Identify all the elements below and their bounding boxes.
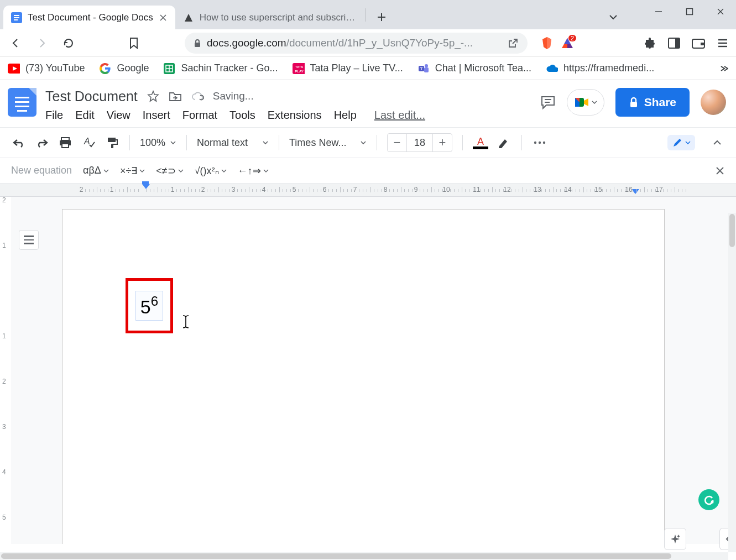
horizontal-ruler[interactable]: 211234567891011121314151617 xyxy=(0,184,736,197)
eq-arrows-menu[interactable]: ←↑⇒ xyxy=(238,165,269,177)
menu-insert[interactable]: Insert xyxy=(143,109,170,122)
text-color-button[interactable]: A xyxy=(473,134,488,151)
svg-point-39 xyxy=(543,142,545,144)
address-row: docs.google.com/document/d/1hP_y_UsnQ7Yo… xyxy=(0,29,736,57)
bookmark-google[interactable]: Google xyxy=(99,62,149,75)
eq-relations-menu[interactable]: <≠⊃ xyxy=(156,165,183,177)
forward-button[interactable] xyxy=(33,34,51,52)
zoom-select[interactable]: 100% xyxy=(140,137,176,149)
docs-logo[interactable] xyxy=(8,88,36,117)
font-select[interactable]: Times New... xyxy=(289,137,367,149)
svg-rect-5 xyxy=(687,9,693,15)
paragraph-style-select[interactable]: Normal text xyxy=(197,137,269,149)
svg-text:PLAY: PLAY xyxy=(295,70,303,73)
meet-button[interactable] xyxy=(567,89,604,116)
svg-rect-30 xyxy=(630,102,637,107)
eq-operators-menu[interactable]: ×÷∃ xyxy=(120,165,145,177)
paint-format-button[interactable] xyxy=(104,134,119,151)
svg-rect-1 xyxy=(14,15,19,16)
share-button[interactable]: Share xyxy=(615,88,690,117)
window-controls xyxy=(643,0,736,23)
menu-extensions[interactable]: Extensions xyxy=(268,109,322,122)
bookmark-button[interactable] xyxy=(125,34,143,52)
move-icon[interactable] xyxy=(169,90,182,103)
menu-tools[interactable]: Tools xyxy=(229,109,255,122)
account-avatar[interactable] xyxy=(701,90,726,115)
sidepanel-icon[interactable] xyxy=(667,36,681,50)
tab-separator xyxy=(366,8,366,22)
eq-math-menu[interactable]: √()x²ₙ xyxy=(195,165,227,177)
minimize-button[interactable] xyxy=(643,0,674,23)
address-extensions: 2 xyxy=(541,36,574,50)
svg-point-38 xyxy=(539,142,541,144)
svg-rect-6 xyxy=(195,43,200,47)
document-title[interactable]: Test Document xyxy=(45,88,138,104)
address-bar[interactable]: docs.google.com/document/d/1hP_y_UsnQ7Yo… xyxy=(185,33,528,54)
explore-button[interactable] xyxy=(664,528,686,550)
eq-greek-menu[interactable]: αβΔ xyxy=(83,165,109,176)
menu-icon[interactable] xyxy=(716,36,729,50)
bookmark-sheets[interactable]: Sachin Tracker - Go... xyxy=(163,62,278,75)
star-icon[interactable] xyxy=(147,90,160,103)
menu-help[interactable]: Help xyxy=(334,109,357,122)
editing-mode-button[interactable] xyxy=(667,135,695,150)
collapse-toolbar-button[interactable] xyxy=(709,134,725,151)
bookmark-teams[interactable]: TChat | Microsoft Tea... xyxy=(417,62,531,75)
browser-tab-active[interactable]: Test Document - Google Docs xyxy=(3,6,175,29)
lock-icon xyxy=(194,39,201,48)
cloud-sync-icon[interactable] xyxy=(191,90,204,103)
brave-shield-icon[interactable] xyxy=(541,36,553,50)
maximize-button[interactable] xyxy=(674,0,705,23)
svg-rect-33 xyxy=(62,144,69,148)
share-url-icon[interactable] xyxy=(508,38,519,49)
bookmarks-overflow[interactable] xyxy=(718,65,728,72)
wallet-icon[interactable] xyxy=(692,36,705,50)
vertical-ruler[interactable]: 21123456 xyxy=(0,197,12,544)
close-equation-toolbar[interactable] xyxy=(715,166,725,176)
bookmarks-bar: (73) YouTube Google Sachin Tracker - Go.… xyxy=(0,57,736,80)
grammarly-icon[interactable] xyxy=(698,489,719,510)
undo-button[interactable] xyxy=(11,134,27,151)
reload-button[interactable] xyxy=(60,34,77,52)
close-tab-icon[interactable] xyxy=(159,13,168,22)
svg-point-37 xyxy=(534,142,536,144)
new-equation-label[interactable]: New equation xyxy=(11,165,72,176)
tab-search-button[interactable] xyxy=(601,7,625,27)
menu-edit[interactable]: Edit xyxy=(75,109,94,122)
menu-format[interactable]: Format xyxy=(182,109,217,122)
redo-button[interactable] xyxy=(34,134,50,151)
menu-bar: File Edit View Insert Format Tools Exten… xyxy=(45,109,531,122)
last-edit[interactable]: Last edit... xyxy=(374,109,425,122)
spellcheck-button[interactable]: A xyxy=(81,134,96,151)
more-toolbar-button[interactable] xyxy=(532,134,547,151)
extensions-icon[interactable] xyxy=(643,36,656,50)
print-button[interactable] xyxy=(58,134,73,151)
font-size-value[interactable]: 18 xyxy=(406,134,433,151)
svg-rect-35 xyxy=(108,138,116,142)
increase-font-button[interactable]: + xyxy=(433,135,452,150)
decrease-font-button[interactable]: − xyxy=(388,135,406,150)
site-favicon xyxy=(183,12,194,23)
horizontal-scrollbar[interactable] xyxy=(0,552,728,560)
menu-file[interactable]: File xyxy=(45,109,63,122)
equation-content[interactable]: 56 xyxy=(135,291,163,321)
lock-icon xyxy=(629,97,639,108)
svg-rect-24 xyxy=(424,67,429,72)
highlight-button[interactable] xyxy=(496,134,511,151)
vertical-scrollbar[interactable] xyxy=(728,213,736,552)
bookmark-onedrive[interactable]: https://framedmedi... xyxy=(546,62,654,75)
svg-rect-3 xyxy=(14,19,18,20)
bookmark-tataplay[interactable]: TATAPLAYTata Play – Live TV... xyxy=(293,62,403,75)
bookmark-youtube[interactable]: (73) YouTube xyxy=(8,62,85,75)
docs-header: Test Document Saving... File Edit View I… xyxy=(0,80,736,122)
new-tab-button[interactable] xyxy=(372,7,392,27)
canvas-area: 21123456 56 xyxy=(0,197,736,544)
menu-view[interactable]: View xyxy=(107,109,131,122)
comments-icon[interactable] xyxy=(540,95,556,110)
url-text: docs.google.com/document/d/1hP_y_UsnQ7Yo… xyxy=(207,37,473,49)
back-button[interactable] xyxy=(7,34,24,52)
close-window-button[interactable] xyxy=(705,0,736,23)
brave-rewards-icon[interactable]: 2 xyxy=(561,37,574,49)
document-page[interactable]: 56 xyxy=(62,209,665,544)
browser-tab-inactive[interactable]: How to use superscript and subscript i xyxy=(175,6,363,29)
